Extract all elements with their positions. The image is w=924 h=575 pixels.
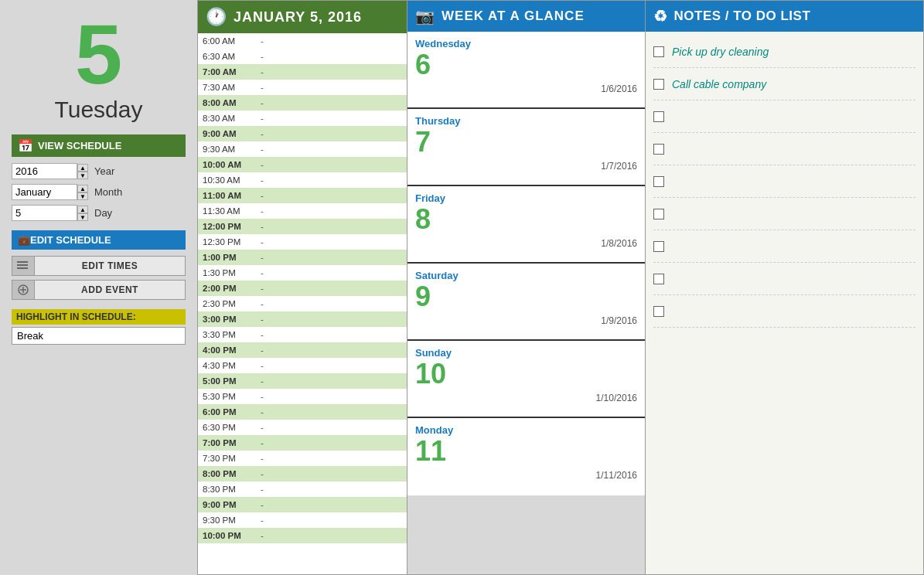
day-spinner[interactable]: ▲ ▼: [77, 206, 88, 221]
time-row: 7:30 PM-: [198, 451, 407, 466]
time-dash: -: [261, 114, 264, 123]
day-input[interactable]: [12, 205, 77, 221]
year-spinner[interactable]: ▲ ▼: [77, 164, 88, 179]
notes-panel: ♻ NOTES / TO DO LIST Pick up dry cleanin…: [646, 0, 924, 575]
clock-icon: 🕐: [206, 7, 227, 27]
month-up-btn[interactable]: ▲: [77, 185, 88, 192]
day-input-wrapper: ▲ ▼: [12, 205, 88, 221]
note-item: [653, 295, 915, 328]
view-schedule-header[interactable]: 📅 VIEW SCHEDULE: [12, 134, 186, 157]
note-checkbox[interactable]: [653, 111, 664, 122]
note-item: Call cable company: [653, 68, 915, 100]
time-dash: -: [261, 52, 264, 61]
note-checkbox[interactable]: [653, 144, 664, 155]
time-row: 7:30 AM-: [198, 80, 407, 95]
week-day-date: 1/6/2016: [415, 83, 637, 94]
time-label: 10:30 AM: [203, 175, 261, 185]
note-checkbox[interactable]: [653, 241, 664, 252]
time-row: 10:00 AM-: [198, 157, 407, 172]
note-checkbox[interactable]: [653, 209, 664, 219]
note-item: [653, 263, 915, 295]
time-label: 8:30 PM: [203, 485, 261, 494]
week-day-date: 1/11/2016: [415, 470, 637, 481]
time-dash: -: [261, 268, 264, 277]
time-label: 7:00 AM: [203, 67, 261, 77]
time-row: 9:00 PM-: [198, 497, 407, 512]
time-dash: -: [261, 67, 264, 77]
week-day-number: 9: [415, 281, 637, 312]
year-input[interactable]: [12, 163, 77, 179]
note-checkbox[interactable]: [653, 274, 664, 284]
time-label: 8:30 AM: [203, 114, 261, 123]
time-label: 3:00 PM: [203, 315, 261, 324]
time-dash: -: [261, 438, 264, 447]
time-label: 3:30 PM: [203, 330, 261, 339]
time-row: 1:00 PM-: [198, 250, 407, 265]
time-label: 4:30 PM: [203, 361, 261, 370]
time-row: 7:00 AM-: [198, 64, 407, 80]
week-day-block: Saturday 9 1/9/2016: [407, 264, 645, 341]
time-label: 9:00 AM: [203, 129, 261, 138]
day-up-btn[interactable]: ▲: [77, 206, 88, 213]
note-checkbox[interactable]: [653, 46, 664, 57]
time-label: 4:00 PM: [203, 345, 261, 355]
note-checkbox[interactable]: [653, 176, 664, 187]
week-day-number: 6: [415, 49, 637, 80]
time-list: 6:00 AM-6:30 AM-7:00 AM-7:30 AM-8:00 AM-…: [198, 33, 407, 574]
time-row: 8:30 AM-: [198, 111, 407, 126]
day-down-btn[interactable]: ▼: [77, 213, 88, 221]
week-day-name: Saturday: [415, 270, 637, 281]
time-row: 9:00 AM-: [198, 126, 407, 141]
week-day-date: 1/9/2016: [415, 315, 637, 326]
time-row: 3:30 PM-: [198, 327, 407, 342]
edit-schedule-header[interactable]: 💼 EDIT SCHEDULE: [12, 230, 186, 250]
note-text: Call cable company: [672, 78, 766, 90]
week-day-date: 1/8/2016: [415, 238, 637, 249]
note-checkbox[interactable]: [653, 306, 664, 317]
schedule-title: JANUARY 5, 2016: [234, 9, 362, 26]
add-event-row: ADD EVENT: [12, 280, 186, 300]
edit-times-icon: [12, 256, 35, 276]
svg-rect-2: [17, 267, 28, 269]
week-day-block: Sunday 10 1/10/2016: [407, 341, 645, 418]
week-day-block: Friday 8 1/8/2016: [407, 186, 645, 264]
edit-schedule-label: EDIT SCHEDULE: [30, 234, 111, 246]
time-row: 6:00 AM-: [198, 33, 407, 49]
month-input[interactable]: [12, 184, 77, 200]
week-day-number: 8: [415, 204, 637, 235]
time-dash: -: [261, 129, 264, 138]
week-day-name: Friday: [415, 192, 637, 204]
time-row: 6:30 AM-: [198, 49, 407, 64]
week-header: 📷 WEEK AT A GLANCE: [407, 1, 645, 32]
time-dash: -: [261, 330, 264, 339]
week-days: Wednesday 6 1/6/2016 Thursday 7 1/7/2016…: [407, 32, 645, 574]
note-text: Pick up dry cleaning: [672, 46, 769, 58]
left-panel: 5 Tuesday 📅 VIEW SCHEDULE ▲ ▼ Year ▲ ▼ M…: [0, 0, 197, 575]
note-checkbox[interactable]: [653, 79, 664, 90]
time-row: 3:00 PM-: [198, 311, 407, 327]
year-input-wrapper: ▲ ▼: [12, 163, 88, 179]
schedule-header: 🕐 JANUARY 5, 2016: [198, 1, 407, 33]
add-event-button[interactable]: ADD EVENT: [35, 280, 186, 300]
time-label: 11:00 AM: [203, 191, 261, 200]
time-label: 2:00 PM: [203, 284, 261, 293]
year-down-btn[interactable]: ▼: [77, 172, 88, 179]
week-day-date: 1/7/2016: [415, 161, 637, 172]
time-dash: -: [261, 237, 264, 247]
time-dash: -: [261, 315, 264, 324]
time-dash: -: [261, 284, 264, 293]
highlight-input[interactable]: [12, 327, 186, 345]
year-up-btn[interactable]: ▲: [77, 164, 88, 172]
month-label: Month: [94, 186, 122, 198]
month-down-btn[interactable]: ▼: [77, 192, 88, 200]
time-row: 11:00 AM-: [198, 188, 407, 203]
time-row: 12:00 PM-: [198, 219, 407, 234]
time-label: 9:00 PM: [203, 500, 261, 509]
edit-times-button[interactable]: EDIT TIMES: [35, 256, 186, 276]
time-dash: -: [261, 500, 264, 509]
time-label: 10:00 PM: [203, 531, 261, 540]
time-row: 7:00 PM-: [198, 435, 407, 451]
time-dash: -: [261, 191, 264, 200]
month-spinner[interactable]: ▲ ▼: [77, 185, 88, 200]
time-label: 1:00 PM: [203, 253, 261, 262]
